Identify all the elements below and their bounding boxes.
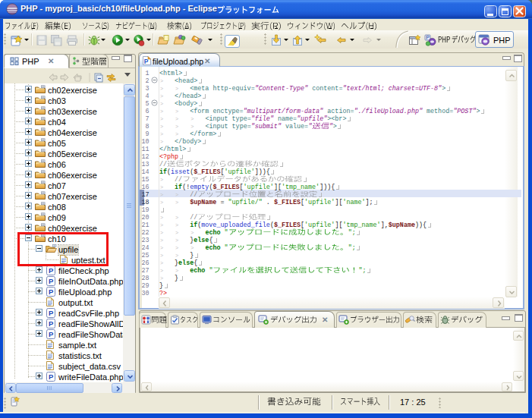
svg-text:P: P	[49, 330, 54, 338]
svg-text:P: P	[49, 372, 54, 381]
svg-text:P: P	[49, 288, 54, 296]
svg-text:P: P	[49, 266, 54, 275]
svg-text:P: P	[49, 309, 54, 317]
svg-text:P: P	[49, 277, 54, 285]
svg-text:P: P	[49, 319, 54, 328]
svg-text:P: P	[426, 35, 430, 40]
svg-text:P: P	[144, 58, 149, 65]
